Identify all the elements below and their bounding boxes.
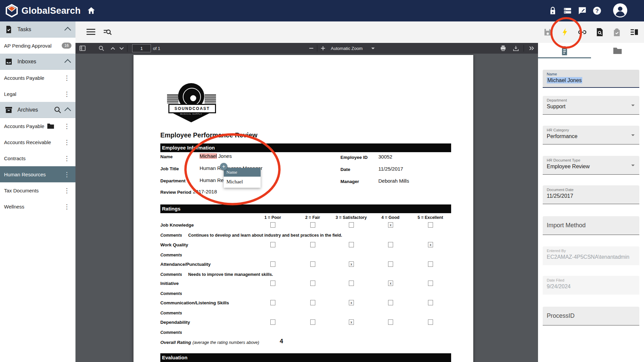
avatar[interactable]: [612, 3, 628, 18]
rating-checkbox[interactable]: [270, 281, 275, 286]
rating-checkbox[interactable]: [388, 300, 393, 305]
rating-checkbox[interactable]: [388, 319, 393, 325]
rating-checkbox[interactable]: [310, 222, 315, 228]
field-import-method[interactable]: Import Method: [543, 216, 639, 235]
panel-layout-icon[interactable]: [630, 28, 639, 37]
field-popup-value[interactable]: Michael: [224, 177, 261, 188]
kebab-menu-icon[interactable]: ⋮: [62, 203, 71, 210]
sidebar-section-archives[interactable]: Archives: [0, 102, 75, 118]
sidebar-section-inboxes[interactable]: Inboxes: [0, 54, 75, 70]
zoom-out-icon[interactable]: [307, 44, 316, 53]
sidebar-item-contracts[interactable]: Contracts⋮: [0, 150, 75, 166]
sidebar-item-tax-documents[interactable]: Tax Documents⋮: [0, 182, 75, 198]
rating-checkbox[interactable]: [428, 222, 433, 228]
rating-checkbox[interactable]: x: [349, 300, 354, 305]
rating-checkbox[interactable]: [270, 242, 275, 247]
rating-checkbox[interactable]: [428, 281, 433, 286]
storage-icon[interactable]: [563, 6, 572, 15]
field-processid[interactable]: ProcessID: [543, 307, 639, 325]
rating-checkbox[interactable]: [388, 242, 393, 247]
hamburger-menu-icon[interactable]: [87, 29, 95, 36]
rating-checkbox[interactable]: [428, 261, 433, 267]
download-icon[interactable]: [512, 44, 520, 53]
home-icon[interactable]: [87, 6, 96, 15]
double-chevron-icon[interactable]: [527, 44, 536, 53]
rating-checkbox[interactable]: [270, 319, 275, 325]
search-icon[interactable]: [54, 106, 61, 114]
field-hr-document-type[interactable]: HR Document TypeEmployee Review: [543, 156, 639, 175]
rating-checkbox[interactable]: [349, 222, 354, 228]
kebab-menu-icon[interactable]: ⋮: [62, 91, 71, 97]
rating-checkbox[interactable]: [388, 261, 393, 267]
rating-checkbox[interactable]: [310, 319, 315, 325]
field-popup[interactable]: Name Michael: [224, 168, 261, 188]
field-hr-category[interactable]: HR CategoryPerformance: [543, 126, 639, 144]
sidebar-item-accounts-payable[interactable]: Accounts Payable⋮: [0, 70, 75, 86]
kebab-menu-icon[interactable]: ⋮: [62, 155, 71, 162]
kebab-menu-icon[interactable]: ⋮: [62, 187, 71, 194]
zoom-in-icon[interactable]: [319, 44, 327, 53]
link-icon[interactable]: [578, 28, 587, 37]
rating-checkbox[interactable]: [349, 242, 354, 247]
brand-logo[interactable]: GlobalSearch: [5, 4, 80, 17]
find-icon[interactable]: [97, 44, 106, 53]
chevron-up-icon[interactable]: [64, 27, 71, 34]
index-fields-tab[interactable]: [559, 46, 570, 56]
rating-checkbox[interactable]: x: [388, 281, 393, 286]
add-field-button[interactable]: +: [220, 163, 227, 170]
rating-checkbox[interactable]: [428, 319, 433, 325]
field-value[interactable]: Performance: [547, 133, 635, 139]
field-name[interactable]: NameMichael Jones: [543, 70, 639, 88]
print-icon[interactable]: [499, 44, 507, 53]
rating-checkbox[interactable]: [349, 281, 354, 286]
sidebar-item-human-resources[interactable]: Human Resources⋮: [0, 166, 75, 182]
rating-checkbox[interactable]: [428, 300, 433, 305]
sidebar-item-legal[interactable]: Legal⋮: [0, 86, 75, 102]
page-number-input[interactable]: [132, 44, 151, 52]
sidebar-item-wellness[interactable]: Wellness⋮: [0, 198, 75, 215]
field-document-date[interactable]: Document Date11/25/2017: [543, 185, 639, 204]
save-icon[interactable]: [543, 28, 552, 37]
rating-checkbox[interactable]: [310, 242, 315, 247]
rating-checkbox[interactable]: [270, 300, 275, 305]
chevron-down-icon[interactable]: [631, 105, 635, 106]
kebab-menu-icon[interactable]: ⋮: [62, 139, 71, 145]
rating-checkbox[interactable]: x: [388, 222, 393, 228]
sidebar-item-accounts-payable[interactable]: Accounts Payable⋮: [0, 118, 75, 134]
rating-checkbox[interactable]: [270, 222, 275, 228]
rating-checkbox[interactable]: [270, 261, 275, 267]
feedback-icon[interactable]: [578, 6, 587, 15]
chevron-up-icon[interactable]: [108, 44, 117, 53]
field-popup-header[interactable]: Name: [224, 168, 261, 177]
sidebar-toggle-icon[interactable]: [78, 44, 87, 53]
chevron-up-icon[interactable]: [64, 59, 71, 66]
zoom-select[interactable]: Automatic Zoom: [327, 46, 378, 51]
chevron-down-icon[interactable]: [117, 44, 126, 53]
rating-checkbox[interactable]: [310, 261, 315, 267]
sidebar-section-tasks[interactable]: Tasks: [0, 21, 75, 38]
lock-icon[interactable]: [548, 6, 557, 15]
rating-checkbox[interactable]: x: [428, 242, 433, 247]
chevron-down-icon[interactable]: [631, 165, 635, 166]
field-value[interactable]: Employee Review: [547, 164, 635, 170]
field-value[interactable]: Support: [547, 104, 635, 110]
folder-icon[interactable]: [47, 123, 54, 129]
sidebar-item-ap-pending-approval[interactable]: AP Pending Approval16: [0, 38, 75, 54]
chevron-down-icon[interactable]: [631, 134, 635, 136]
field-department[interactable]: DepartmentSupport: [543, 96, 639, 115]
document-search-icon[interactable]: [595, 28, 604, 37]
help-icon[interactable]: ?: [592, 6, 602, 15]
rating-checkbox[interactable]: x: [349, 261, 354, 267]
sidebar-item-accounts-receivable[interactable]: Accounts Receivable⋮: [0, 134, 75, 150]
folder-tab[interactable]: [612, 46, 623, 56]
kebab-menu-icon[interactable]: ⋮: [62, 75, 71, 81]
field-value[interactable]: Michael Jones: [547, 77, 635, 83]
chevron-up-icon[interactable]: [64, 107, 71, 114]
document-viewer[interactable]: MUSICAL SUPPLY SOUNDCOAST Employee Perfo…: [75, 54, 538, 362]
rating-checkbox[interactable]: x: [349, 319, 354, 325]
kebab-menu-icon[interactable]: ⋮: [62, 171, 71, 178]
kebab-menu-icon[interactable]: ⋮: [62, 123, 71, 129]
field-value[interactable]: 11/25/2017: [547, 193, 635, 199]
filter-search-icon[interactable]: [103, 28, 112, 36]
rating-checkbox[interactable]: [310, 300, 315, 305]
